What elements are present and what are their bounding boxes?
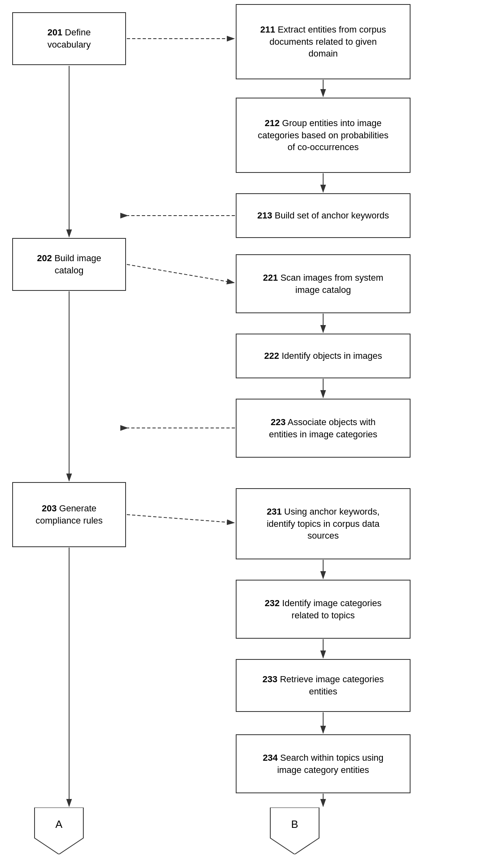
box-211-label: 211 Extract entities from corpusdocument… — [260, 24, 386, 60]
flowchart-diagram: 201 Definevocabulary 202 Build imagecata… — [0, 0, 504, 860]
box-201-label: 201 Definevocabulary — [48, 26, 91, 50]
box-201: 201 Definevocabulary — [12, 12, 126, 65]
box-222-label: 222 Identify objects in images — [264, 350, 382, 362]
box-222: 222 Identify objects in images — [236, 334, 411, 378]
box-221-label: 221 Scan images from systemimage catalog — [263, 272, 383, 296]
box-212-label: 212 Group entities into imagecategories … — [258, 117, 389, 153]
box-211: 211 Extract entities from corpusdocument… — [236, 4, 411, 79]
box-223: 223 Associate objects withentities in im… — [236, 399, 411, 458]
arrow-203-231 — [127, 515, 234, 523]
box-234-label: 234 Search within topics usingimage cate… — [263, 752, 383, 776]
box-233-label: 233 Retrieve image categoriesentities — [263, 673, 384, 697]
box-234: 234 Search within topics usingimage cate… — [236, 734, 411, 793]
box-202-label: 202 Build imagecatalog — [37, 252, 101, 276]
box-203: 203 Generatecompliance rules — [12, 482, 126, 547]
box-212: 212 Group entities into imagecategories … — [236, 98, 411, 173]
box-202: 202 Build imagecatalog — [12, 238, 126, 291]
box-223-label: 223 Associate objects withentities in im… — [269, 416, 378, 440]
box-213-label: 213 Build set of anchor keywords — [257, 210, 389, 222]
box-203-label: 203 Generatecompliance rules — [35, 502, 102, 526]
box-221: 221 Scan images from systemimage catalog — [236, 254, 411, 313]
terminator-A: A — [33, 808, 85, 854]
arrow-202-221 — [127, 264, 234, 283]
terminator-B: B — [268, 808, 321, 854]
box-232: 232 Identify image categoriesrelated to … — [236, 580, 411, 639]
box-233: 233 Retrieve image categoriesentities — [236, 659, 411, 712]
svg-text:A: A — [55, 818, 63, 830]
box-231-label: 231 Using anchor keywords,identify topic… — [267, 506, 380, 542]
svg-marker-2 — [270, 808, 319, 854]
box-213: 213 Build set of anchor keywords — [236, 193, 411, 238]
svg-marker-0 — [35, 808, 83, 854]
box-231: 231 Using anchor keywords,identify topic… — [236, 488, 411, 559]
box-232-label: 232 Identify image categoriesrelated to … — [265, 597, 381, 621]
svg-text:B: B — [291, 818, 298, 830]
